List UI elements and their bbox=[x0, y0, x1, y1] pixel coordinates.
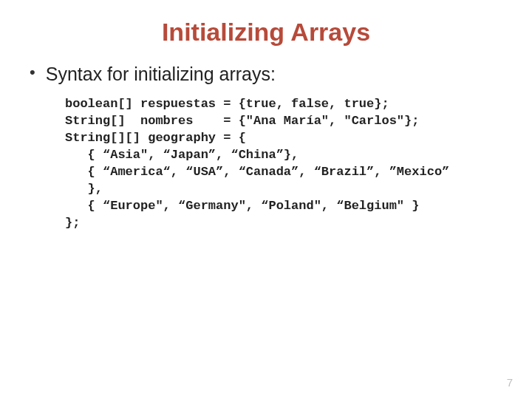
bullet-item: • Syntax for initializing arrays: bbox=[30, 63, 502, 86]
bullet-text: Syntax for initializing arrays: bbox=[46, 63, 276, 86]
code-block: boolean[] respuestas = {true, false, tru… bbox=[65, 96, 502, 232]
page-number: 7 bbox=[507, 376, 513, 389]
bullet-marker: • bbox=[30, 63, 35, 82]
slide: Initializing Arrays • Syntax for initial… bbox=[0, 0, 532, 399]
slide-title: Initializing Arrays bbox=[30, 18, 502, 47]
